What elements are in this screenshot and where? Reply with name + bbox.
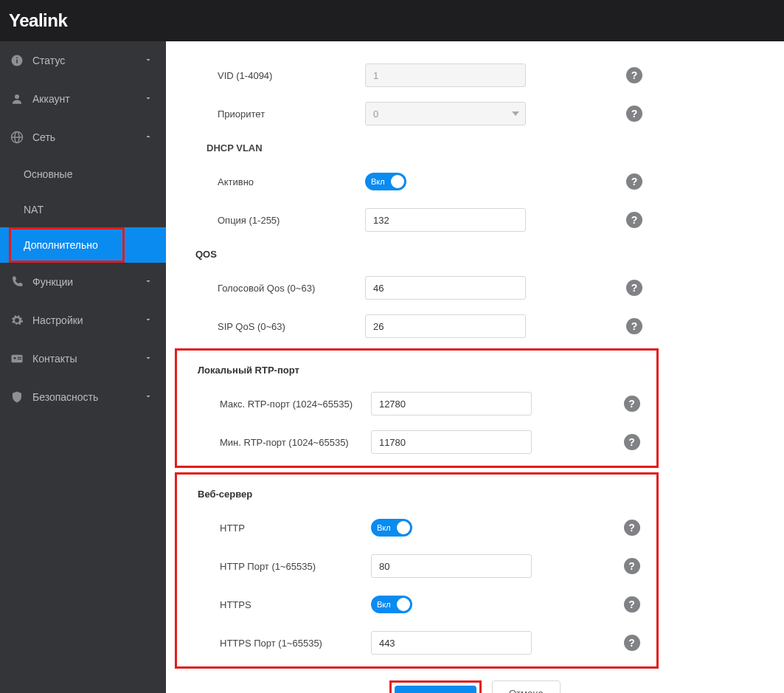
highlight-web-section: Веб-сервер HTTP Вкл ? HTTP Порт (1~65535… — [175, 472, 659, 669]
help-icon[interactable]: ? — [626, 212, 642, 228]
help-icon[interactable]: ? — [624, 396, 640, 412]
sidebar-item-network[interactable]: Сеть — [0, 118, 166, 156]
app-header: Yealink — [0, 0, 784, 41]
svg-rect-9 — [18, 357, 21, 358]
help-icon[interactable]: ? — [624, 434, 640, 450]
toggle-on-text: Вкл — [371, 600, 391, 609]
card-icon — [10, 352, 24, 365]
svg-point-8 — [14, 357, 16, 359]
help-icon[interactable]: ? — [624, 558, 640, 574]
help-icon[interactable]: ? — [624, 635, 640, 651]
chevron-down-icon — [144, 276, 153, 288]
phone-icon — [10, 275, 24, 289]
sidebar-subitem-advanced[interactable]: Дополнительно — [0, 227, 166, 263]
chevron-down-icon — [144, 55, 153, 66]
chevron-down-icon — [144, 391, 153, 403]
priority-value: 0 — [373, 108, 378, 120]
chevron-up-icon — [144, 131, 153, 143]
highlight-save: Сохранить — [389, 680, 482, 693]
help-icon[interactable]: ? — [624, 520, 640, 536]
vid-input[interactable] — [365, 63, 526, 87]
sidebar-sublabel: Основные — [24, 168, 72, 180]
sidebar-label: Настройки — [32, 314, 83, 326]
svg-rect-10 — [18, 359, 21, 359]
help-icon[interactable]: ? — [626, 318, 642, 334]
globe-icon — [10, 131, 24, 144]
sidebar-item-security[interactable]: Безопасность — [0, 378, 166, 416]
footer-actions: Сохранить Отмена — [166, 673, 784, 693]
priority-select[interactable]: 0 — [365, 102, 526, 125]
sidebar-item-account[interactable]: Аккаунт — [0, 80, 166, 118]
sidebar-label: Аккаунт — [32, 93, 70, 105]
dhcp-vlan-title: DHCP VLAN — [166, 133, 784, 162]
chevron-down-icon — [144, 314, 153, 326]
toggle-knob — [391, 175, 404, 188]
rtp-max-label: Макс. RTP-порт (1024~65535) — [177, 399, 371, 410]
sidebar-sublabel: Дополнительно — [24, 239, 98, 251]
help-icon[interactable]: ? — [624, 596, 640, 613]
toggle-on-text: Вкл — [365, 177, 385, 186]
sip-qos-label: SIP QoS (0~63) — [166, 321, 365, 332]
sidebar-label: Функции — [32, 276, 73, 288]
highlight-rtp-section: Локальный RTP-порт Макс. RTP-порт (1024~… — [175, 348, 659, 468]
rtp-title: Локальный RTP-порт — [177, 355, 656, 385]
http-label: HTTP — [177, 523, 371, 534]
sidebar-item-contacts[interactable]: Контакты — [0, 339, 166, 378]
sidebar-label: Контакты — [32, 353, 77, 365]
sidebar-subitem-basic[interactable]: Основные — [0, 156, 166, 192]
active-label: Активно — [166, 176, 365, 187]
sidebar-item-status[interactable]: Статус — [0, 41, 166, 80]
option-input[interactable] — [365, 208, 526, 232]
sidebar-subitem-nat[interactable]: NAT — [0, 192, 166, 227]
https-port-input[interactable] — [371, 631, 532, 655]
cancel-button[interactable]: Отмена — [492, 680, 561, 693]
brand-logo: Yealink — [9, 10, 67, 31]
rtp-max-input[interactable] — [371, 392, 532, 416]
toggle-knob — [397, 598, 410, 611]
info-icon — [10, 54, 24, 67]
sip-qos-input[interactable] — [365, 314, 526, 338]
sidebar-item-features[interactable]: Функции — [0, 263, 166, 301]
chevron-down-icon — [144, 93, 153, 105]
option-label: Опция (1-255) — [166, 215, 365, 226]
sidebar-label: Безопасность — [32, 391, 98, 403]
sidebar-sublabel: NAT — [24, 204, 44, 216]
user-icon — [10, 92, 24, 106]
help-icon[interactable]: ? — [626, 173, 642, 190]
sidebar-label: Статус — [32, 55, 65, 66]
svg-rect-1 — [16, 60, 18, 63]
rtp-min-input[interactable] — [371, 430, 532, 454]
help-icon[interactable]: ? — [626, 106, 642, 122]
shield-icon — [10, 390, 24, 404]
caret-down-icon — [512, 111, 519, 116]
rtp-min-label: Мин. RTP-порт (1024~65535) — [177, 437, 371, 448]
sidebar-item-settings[interactable]: Настройки — [0, 301, 166, 339]
https-toggle[interactable]: Вкл — [371, 596, 412, 613]
toggle-on-text: Вкл — [371, 523, 391, 532]
toggle-knob — [397, 521, 410, 534]
help-icon[interactable]: ? — [626, 67, 642, 83]
web-title: Веб-сервер — [177, 479, 656, 508]
main-content: VID (1-4094) ? Приоритет 0 ? DHCP VLAN А… — [166, 41, 784, 693]
sidebar-label: Сеть — [32, 131, 55, 143]
sidebar-nav: Статус Аккаунт Сеть Основные NAT Дополни… — [0, 41, 166, 693]
svg-point-3 — [15, 94, 19, 99]
voice-qos-input[interactable] — [365, 276, 526, 300]
http-port-input[interactable] — [371, 554, 532, 578]
chevron-down-icon — [144, 353, 153, 365]
help-icon[interactable]: ? — [626, 280, 642, 296]
vid-label: VID (1-4094) — [166, 70, 365, 81]
voice-qos-label: Голосовой Qos (0~63) — [166, 283, 365, 294]
save-button[interactable]: Сохранить — [395, 686, 476, 693]
qos-title: QOS — [166, 239, 784, 269]
http-port-label: HTTP Порт (1~65535) — [177, 561, 371, 572]
active-toggle[interactable]: Вкл — [365, 173, 406, 190]
https-port-label: HTTPS Порт (1~65535) — [177, 638, 371, 649]
http-toggle[interactable]: Вкл — [371, 519, 412, 537]
priority-label: Приоритет — [166, 108, 365, 120]
gear-icon — [10, 314, 24, 327]
svg-rect-2 — [16, 58, 18, 59]
https-label: HTTPS — [177, 599, 371, 610]
